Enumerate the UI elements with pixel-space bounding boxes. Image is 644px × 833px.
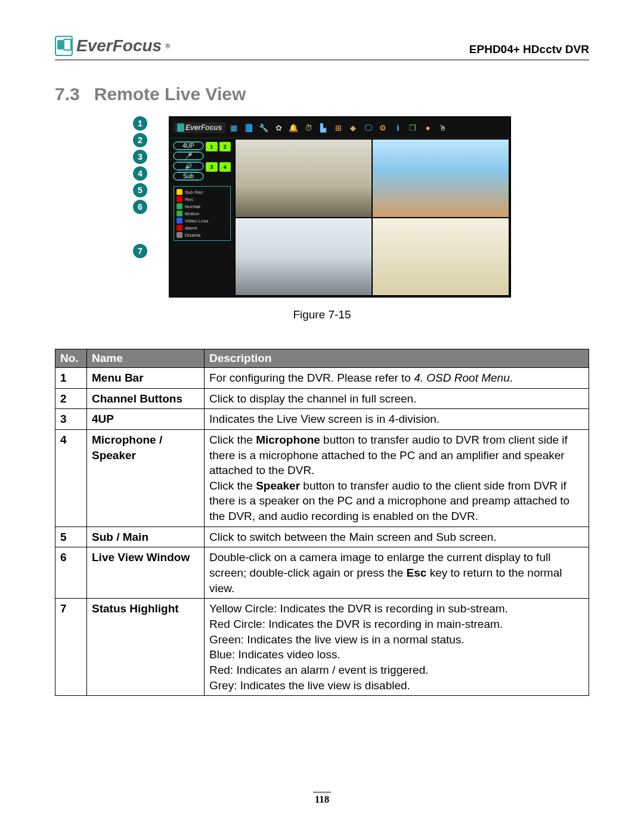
camera-view-1[interactable] [236,140,371,217]
mouse-icon[interactable]: 🖱 [436,122,448,134]
th-desc: Description [205,349,589,368]
network-icon[interactable]: ▙ [317,122,329,134]
product-name: EPHD04+ HDcctv DVR [469,43,589,56]
chip-icon[interactable]: ◆ [347,122,359,134]
figure-wrapper: 1234567 EverFocus ▦📘🔧✿🔔⏱▙⊞◆🖵⚙ℹ❐●🖱 4UP 🎤 … [55,116,589,298]
callout-bubble-1: 1 [133,116,147,131]
section-title: Remote Live View [94,84,246,104]
page-number: 118 [0,792,644,806]
table-row: 6Live View WindowDouble-click on a camer… [55,547,589,599]
brand-logo: EverFocus® [55,36,170,56]
cell-desc: Double-click on a camera image to enlarg… [205,547,589,599]
monitor-icon[interactable]: 🖵 [362,122,374,134]
callout-column: 1234567 [133,116,169,298]
cell-no: 3 [55,409,87,430]
cell-no: 4 [55,429,87,527]
legend-item: Motion [177,210,228,216]
legend-swatch [177,203,182,209]
speaker-button[interactable]: 🔊 [174,162,203,170]
legend-swatch [177,225,182,231]
legend-label: Alarm [185,225,197,231]
wrench-icon[interactable]: 🔧 [258,122,270,134]
info-icon[interactable]: ℹ [392,122,404,134]
callout-bubble-2: 2 [133,133,147,147]
camera-view-2[interactable] [373,140,509,217]
legend-item: Rec [177,196,228,202]
description-table: No. Name Description 1Menu BarFor config… [55,349,589,696]
camera-view-4[interactable] [373,218,509,296]
header-rule [55,60,589,60]
legend-item: Sub Rec [177,189,228,195]
legend-label: Disable [185,233,201,238]
gear-icon[interactable]: ⚙ [377,122,389,134]
book-icon[interactable]: 📘 [243,122,255,134]
legend-swatch [177,218,182,224]
channel-buttons: 1234 [206,142,231,180]
callout-bubble-6: 6 [133,200,147,214]
channel-button-3[interactable]: 3 [206,162,218,172]
record-icon[interactable]: ● [422,122,434,134]
legend-swatch [177,189,182,195]
grid-icon[interactable]: ⊞ [332,122,344,134]
legend-item: Video Loss [177,218,228,224]
callout-bubble-7: 7 [133,244,147,258]
live-view-window[interactable] [234,138,510,296]
th-no: No. [55,349,87,368]
cell-desc: Click the Microphone button to transfer … [205,429,589,527]
fourup-button[interactable]: 4UP [174,142,203,150]
cell-desc: Click to display the channel in full scr… [205,388,589,409]
table-row: 1Menu BarFor configuring the DVR. Please… [55,368,589,389]
th-name: Name [87,349,205,368]
channel-button-1[interactable]: 1 [206,142,218,151]
channel-button-4[interactable]: 4 [219,162,231,172]
layout-icon[interactable]: ▦ [228,122,240,134]
sub-button[interactable]: Sub [174,172,203,180]
legend-item: Alarm [177,225,228,231]
app-logo: EverFocus [174,122,225,133]
legend-label: Motion [185,211,199,216]
screenshot: EverFocus ▦📘🔧✿🔔⏱▙⊞◆🖵⚙ℹ❐●🖱 4UP 🎤 🔊 Sub [169,116,511,298]
cell-desc: For configuring the DVR. Please refer to… [205,368,589,389]
cell-name: Sub / Main [87,527,205,547]
channel-button-2[interactable]: 2 [219,142,231,151]
cell-desc: Yellow Circle: Indicates the DVR is reco… [205,599,589,696]
cell-name: Status Highlight [87,599,205,696]
legend-item: Disable [177,232,228,238]
mic-button[interactable]: 🎤 [174,152,203,160]
section-number: 7.3 [55,84,80,104]
table-row: 4Microphone / SpeakerClick the Microphon… [55,429,589,527]
table-row: 2Channel ButtonsClick to display the cha… [55,388,589,409]
sidebar: 4UP 🎤 🔊 Sub 1234 Sub RecRecNormalMotionV… [170,138,234,296]
brand-name: EverFocus [76,36,162,55]
callout-bubble-4: 4 [133,166,147,181]
legend-label: Sub Rec [185,190,203,195]
cell-name: Menu Bar [87,368,205,389]
legend-swatch [177,196,182,202]
callout-bubble-5: 5 [133,183,147,197]
cell-no: 2 [55,388,87,409]
legend-swatch [177,210,182,216]
bell-icon[interactable]: 🔔 [287,122,299,134]
figure-caption: Figure 7-15 [55,308,589,321]
cell-name: Live View Window [87,547,205,599]
legend-label: Video Loss [185,218,208,224]
cell-name: Microphone / Speaker [87,429,205,527]
legend-swatch [177,232,182,238]
cell-no: 5 [55,527,87,547]
status-legend: Sub RecRecNormalMotionVideo LossAlarmDis… [174,186,231,241]
table-row: 7Status HighlightYellow Circle: Indicate… [55,599,589,696]
clock-icon[interactable]: ⏱ [302,122,314,134]
cell-desc: Click to switch between the Main screen … [205,527,589,547]
cell-name: 4UP [87,409,205,430]
menu-bar[interactable]: EverFocus ▦📘🔧✿🔔⏱▙⊞◆🖵⚙ℹ❐●🖱 [170,117,510,138]
table-row: 34UPIndicates the Live View screen is in… [55,409,589,430]
legend-label: Normal [185,204,200,209]
film-icon[interactable]: ✿ [273,122,284,134]
cell-name: Channel Buttons [87,388,205,409]
table-row: 5Sub / MainClick to switch between the M… [55,527,589,547]
brand-mark-icon [55,36,73,56]
cell-no: 7 [55,599,87,696]
copy-icon[interactable]: ❐ [407,122,419,134]
legend-label: Rec [185,197,193,202]
camera-view-3[interactable] [236,218,371,296]
